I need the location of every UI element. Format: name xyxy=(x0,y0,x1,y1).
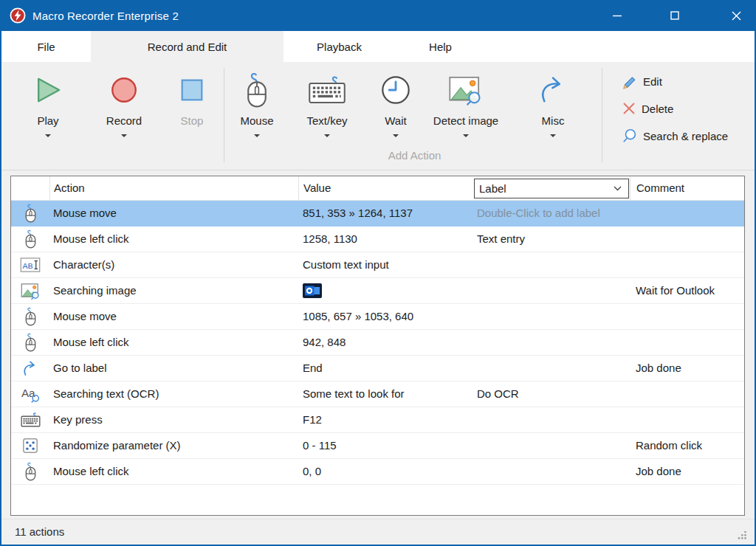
mouse-icon xyxy=(23,229,38,249)
stop-button[interactable]: Stop xyxy=(165,68,219,158)
label-combobox-value: Label xyxy=(479,179,506,198)
action-column-header[interactable]: Action xyxy=(49,176,298,200)
tab-playback[interactable]: Playback xyxy=(293,31,385,62)
misc-label: Misc xyxy=(542,112,565,130)
icon-column-header[interactable] xyxy=(11,176,49,200)
clock-icon xyxy=(380,75,411,106)
textkey-dropdown-arrow xyxy=(324,134,330,137)
status-bar: 11 actions xyxy=(1,519,755,545)
randomize-dice-icon xyxy=(22,438,38,454)
table-row[interactable]: Mouse move 851, 353 » 1264, 1137 Double-… xyxy=(11,201,744,227)
row-comment xyxy=(630,252,744,277)
mouse-action-button[interactable]: Mouse xyxy=(230,68,284,158)
mouse-icon xyxy=(23,462,38,481)
tab-help-label: Help xyxy=(429,41,452,53)
delete-x-icon xyxy=(622,101,636,116)
edit-button[interactable]: Edit xyxy=(622,71,662,91)
row-value xyxy=(298,278,473,303)
row-label[interactable]: Double-Click to add label xyxy=(473,201,630,226)
row-value: 942, 848 xyxy=(298,330,473,355)
delete-button[interactable]: Delete xyxy=(622,98,673,119)
row-label[interactable] xyxy=(473,407,630,432)
maximize-button[interactable] xyxy=(657,0,692,31)
ocr-search-icon: Aa xyxy=(21,385,41,403)
image-search-icon xyxy=(21,282,41,300)
record-button[interactable]: Record xyxy=(93,68,155,158)
comment-column-header[interactable]: Comment xyxy=(630,176,744,200)
titlebar: Macro Recorder Enterprise 2 xyxy=(0,0,756,31)
tab-record-and-edit-label: Record and Edit xyxy=(148,41,227,53)
row-action: Go to label xyxy=(49,356,298,381)
menu-tab-band: File Record and Edit Playback Help xyxy=(1,31,755,62)
row-action-icon xyxy=(11,407,49,432)
mouse-label: Mouse xyxy=(240,112,273,130)
row-label[interactable] xyxy=(473,252,630,277)
row-comment xyxy=(630,407,744,432)
row-label[interactable] xyxy=(473,278,630,303)
pencil-icon xyxy=(622,73,638,89)
wait-dropdown-arrow xyxy=(393,134,399,137)
close-button[interactable] xyxy=(719,0,754,31)
wait-button[interactable]: Wait xyxy=(372,68,419,158)
magnifier-icon xyxy=(622,128,638,144)
table-row[interactable]: Mouse left click 942, 848 xyxy=(11,330,744,356)
row-action: Mouse left click xyxy=(49,227,298,252)
table-row[interactable]: Searching image Wait for Outlook xyxy=(11,278,744,304)
row-action: Mouse move xyxy=(49,201,298,226)
row-value: Some text to look for xyxy=(298,381,473,407)
app-window: Macro Recorder Enterprise 2 File Record … xyxy=(0,0,756,546)
row-action-icon: AB xyxy=(11,252,49,277)
value-column-header[interactable]: Value xyxy=(298,176,473,200)
play-button[interactable]: Play xyxy=(19,68,77,158)
row-label[interactable] xyxy=(473,433,630,458)
row-action-icon xyxy=(11,459,49,484)
keyboard-icon xyxy=(21,412,41,427)
tab-record-and-edit[interactable]: Record and Edit xyxy=(91,31,284,62)
characters-abi-icon: AB xyxy=(20,258,41,272)
mouse-icon xyxy=(23,333,38,352)
resize-grip-icon[interactable] xyxy=(737,530,747,540)
svg-text:Aa: Aa xyxy=(21,387,35,400)
label-filter-combobox[interactable]: Label xyxy=(474,179,629,198)
table-row[interactable]: Mouse left click 1258, 1130 Text entry xyxy=(11,227,744,252)
stop-label: Stop xyxy=(181,112,204,130)
row-action: Mouse left click xyxy=(49,330,298,355)
row-comment: Job done xyxy=(630,356,744,381)
row-action-icon: Aa xyxy=(11,381,49,407)
row-value: F12 xyxy=(298,407,473,432)
table-row[interactable]: Mouse left click 0, 0 Job done xyxy=(11,459,744,485)
table-row[interactable]: Mouse move 1085, 657 » 1053, 640 xyxy=(11,304,744,330)
goto-label-arrow-icon xyxy=(21,361,39,376)
minimize-button[interactable] xyxy=(599,0,634,31)
play-label: Play xyxy=(37,112,58,130)
detect-image-button[interactable]: Detect image xyxy=(424,68,508,158)
tab-help[interactable]: Help xyxy=(409,31,472,62)
textkey-label: Text/key xyxy=(306,112,347,130)
detect-image-label: Detect image xyxy=(433,112,498,130)
tab-file[interactable]: File xyxy=(1,31,91,62)
search-replace-button[interactable]: Search & replace xyxy=(622,125,728,146)
play-icon xyxy=(32,75,63,106)
table-row[interactable]: Go to label End Job done xyxy=(11,356,744,381)
row-label[interactable] xyxy=(473,356,630,381)
row-label[interactable]: Text entry xyxy=(473,227,630,252)
row-value: 1258, 1130 xyxy=(298,227,473,252)
table-row[interactable]: Key press F12 xyxy=(11,407,744,433)
row-label[interactable] xyxy=(473,330,630,355)
record-label: Record xyxy=(106,112,142,130)
row-value: Custom text input xyxy=(298,252,473,277)
tab-playback-label: Playback xyxy=(317,41,362,53)
table-row[interactable]: Randomize parameter (X) 0 - 115 Random c… xyxy=(11,433,744,459)
row-action-icon xyxy=(11,330,49,355)
row-label[interactable]: Do OCR xyxy=(473,381,630,407)
row-label[interactable] xyxy=(473,459,630,484)
table-row[interactable]: AB Character(s) Custom text input xyxy=(11,252,744,278)
row-action: Mouse left click xyxy=(49,459,298,484)
misc-button[interactable]: Misc xyxy=(529,68,577,158)
row-value: 1085, 657 » 1053, 640 xyxy=(298,304,473,329)
table-row[interactable]: Aa Searching text (OCR) Some text to loo… xyxy=(11,381,744,407)
row-action: Searching image xyxy=(49,278,298,303)
row-label[interactable] xyxy=(473,304,630,329)
minimize-icon xyxy=(613,11,622,20)
textkey-button[interactable]: Text/key xyxy=(294,68,360,158)
